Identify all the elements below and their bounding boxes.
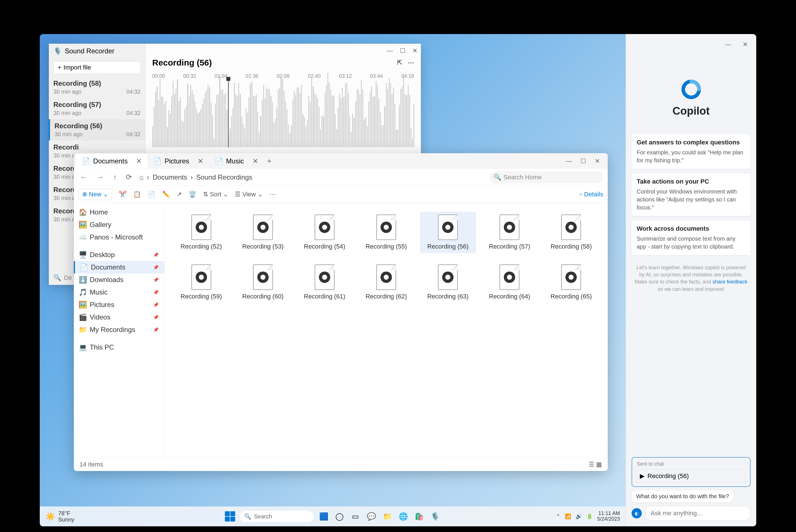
copilot-suggestion-card[interactable]: Take actions on your PCControl your Wind…: [632, 173, 750, 216]
chevron-up-icon[interactable]: ⌃: [556, 513, 560, 519]
close-button[interactable]: ✕: [412, 47, 417, 55]
file-item[interactable]: Recording (53): [235, 212, 291, 253]
taskbar-app-widgets[interactable]: 🟦: [318, 511, 329, 522]
weather-widget[interactable]: ☀️ 78°F Sunny: [46, 510, 74, 522]
view-button[interactable]: ☰ View ⌄: [235, 191, 263, 198]
tab-close-icon[interactable]: ✕: [198, 157, 203, 165]
sidebar-item-music[interactable]: 🎵Music📌: [74, 286, 164, 299]
file-item[interactable]: Recording (58): [543, 212, 599, 253]
wifi-icon[interactable]: 📶: [565, 513, 571, 519]
maximize-button[interactable]: ☐: [400, 47, 405, 55]
sidebar-item-pictures[interactable]: 🖼️Pictures📌: [74, 299, 164, 311]
pin-icon[interactable]: 📌: [153, 277, 159, 283]
back-button[interactable]: ←: [78, 171, 89, 183]
breadcrumb[interactable]: ⌂ › Documents › Sound Recordings: [140, 173, 484, 181]
sort-button[interactable]: ⇅ Sort ⌄: [203, 191, 228, 198]
file-item[interactable]: Recording (60): [235, 262, 291, 303]
window-controls: — ☐ ✕: [145, 44, 421, 58]
minimize-button[interactable]: —: [387, 47, 393, 55]
sidebar-item-downloads[interactable]: ⬇️Downloads📌: [74, 273, 164, 286]
file-item[interactable]: Recording (65): [543, 262, 599, 303]
minimize-button[interactable]: —: [566, 157, 572, 165]
file-item[interactable]: Recording (59): [173, 262, 229, 303]
pin-icon[interactable]: 📌: [153, 315, 159, 320]
sidebar-item-my-recordings[interactable]: 📁My Recordings📌: [74, 323, 164, 336]
sidebar-item-videos[interactable]: 🎬Videos📌: [74, 311, 164, 323]
copilot-suggestion-card[interactable]: Work across documentsSummarize and compo…: [632, 221, 750, 255]
file-item[interactable]: Recording (54): [296, 212, 352, 253]
sidebar-item-desktop[interactable]: 🖥️Desktop📌: [74, 249, 164, 261]
pin-icon[interactable]: 📌: [153, 252, 159, 258]
folder-icon: 🎵: [79, 289, 86, 296]
taskbar-search[interactable]: 🔍 Search: [240, 511, 313, 522]
playhead-marker[interactable]: [228, 79, 229, 147]
file-item[interactable]: Recording (55): [358, 212, 414, 253]
explorer-file-grid: Recording (52)Recording (53)Recording (5…: [165, 203, 608, 458]
more-button[interactable]: ⋯: [270, 191, 276, 198]
taskbar-app-store[interactable]: 🛍️: [414, 511, 425, 522]
file-item[interactable]: Recording (57): [482, 212, 538, 253]
maximize-button[interactable]: ☐: [580, 157, 586, 165]
taskbar-app-sound-recorder[interactable]: 🎙️: [429, 511, 441, 522]
copy-button[interactable]: 📋: [133, 191, 141, 198]
share-feedback-link[interactable]: share feedback: [712, 279, 747, 285]
share-icon[interactable]: ⇱: [397, 59, 402, 66]
home-icon: ⌂: [140, 173, 144, 181]
new-tab-button[interactable]: +: [264, 153, 275, 169]
clock[interactable]: 11:11 AM 5/24/2023: [597, 511, 620, 522]
recording-list-item[interactable]: Recording (56) 30 min ago04:32: [49, 119, 145, 140]
volume-icon[interactable]: 🔊: [576, 513, 582, 519]
taskbar-app-taskview[interactable]: ▭: [350, 511, 361, 522]
pin-icon[interactable]: 📌: [153, 327, 159, 332]
sidebar-item-documents[interactable]: 📄Documents📌: [74, 261, 164, 273]
minimize-button[interactable]: —: [725, 41, 731, 48]
pin-icon[interactable]: 📌: [153, 265, 159, 270]
view-toggle-icons[interactable]: ☰ ▦: [589, 461, 602, 468]
battery-icon[interactable]: 🔋: [586, 513, 593, 519]
waveform-display[interactable]: [152, 85, 414, 147]
close-button[interactable]: ✕: [743, 41, 748, 48]
file-item[interactable]: Recording (63): [420, 262, 476, 303]
new-button[interactable]: ⊕ New ⌄: [78, 189, 112, 200]
start-button[interactable]: [225, 511, 235, 521]
explorer-tab[interactable]: 📄Documents✕: [76, 154, 147, 169]
rename-button[interactable]: ✏️: [162, 191, 170, 198]
file-item[interactable]: Recording (56): [420, 212, 476, 253]
taskbar-app-chat[interactable]: 💬: [366, 511, 377, 522]
file-item[interactable]: Recording (64): [482, 262, 538, 303]
details-button[interactable]: ▫ Details: [580, 191, 603, 198]
file-item[interactable]: Recording (52): [173, 212, 229, 253]
sent-file-chip[interactable]: ▶ Recording (56): [637, 469, 745, 483]
explorer-tab[interactable]: 📄Pictures✕: [147, 154, 209, 169]
cut-button[interactable]: ✂️: [119, 191, 126, 198]
taskbar-app-edge[interactable]: 🌐: [398, 511, 409, 522]
taskbar-app-explorer[interactable]: 📁: [382, 511, 393, 522]
tab-close-icon[interactable]: ✕: [136, 157, 142, 165]
copilot-input[interactable]: [645, 506, 750, 521]
forward-button[interactable]: →: [95, 171, 106, 183]
taskbar-app-copilot[interactable]: ◯: [334, 511, 345, 522]
paste-button[interactable]: 📄: [148, 191, 155, 198]
up-button[interactable]: ↑: [111, 171, 119, 183]
explorer-search[interactable]: 🔍 Search Home: [490, 171, 603, 183]
refresh-button[interactable]: ⟳: [124, 171, 134, 183]
share-button[interactable]: ↗: [177, 191, 182, 198]
more-icon[interactable]: ⋯: [408, 59, 414, 66]
pin-icon[interactable]: 📌: [153, 290, 159, 295]
import-file-button[interactable]: + Import file: [53, 61, 141, 74]
sidebar-item-gallery[interactable]: 🖼️Gallery: [74, 218, 164, 231]
explorer-tab[interactable]: 📄Music✕: [209, 154, 264, 169]
sidebar-item-panos---microsoft[interactable]: ☁️Panos - Microsoft: [74, 231, 164, 244]
sidebar-item-home[interactable]: 🏠Home: [74, 206, 164, 218]
sidebar-item-this-pc[interactable]: 💻This PC: [74, 341, 164, 354]
file-item[interactable]: Recording (61): [296, 262, 352, 303]
pin-icon[interactable]: 📌: [153, 302, 159, 308]
delete-button[interactable]: 🗑️: [188, 191, 196, 198]
copilot-suggestion-card[interactable]: Get answers to complex questionsFor exam…: [632, 134, 750, 169]
tab-close-icon[interactable]: ✕: [252, 157, 258, 165]
recording-list-item[interactable]: Recording (58) 30 min ago04:32: [49, 77, 145, 98]
sent-to-chat-label: Sent to chat: [637, 461, 745, 467]
recording-list-item[interactable]: Recording (57) 30 min ago04:32: [49, 98, 145, 119]
close-button[interactable]: ✕: [595, 157, 600, 165]
file-item[interactable]: Recording (62): [358, 262, 414, 303]
